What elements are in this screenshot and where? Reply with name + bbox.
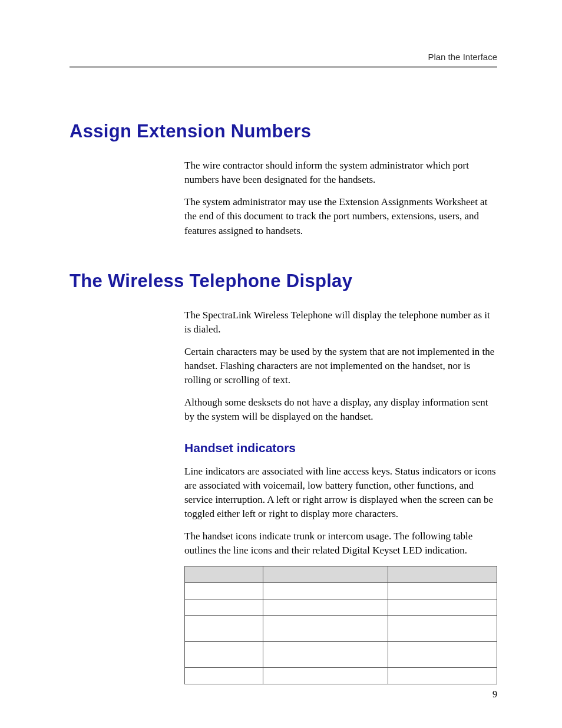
table-row xyxy=(185,599,497,616)
section-wireless-display: The Wireless Telephone Display The Spect… xyxy=(70,271,497,685)
paragraph: The SpectraLink Wireless Telephone will … xyxy=(184,308,497,337)
page-number: 9 xyxy=(492,689,497,700)
table-row xyxy=(185,583,497,599)
paragraph: Certain characters may be used by the sy… xyxy=(184,345,497,387)
paragraph: Although some desksets do not have a dis… xyxy=(184,396,497,424)
subheading-handset-indicators: Handset indicators xyxy=(184,441,497,455)
paragraph: The system administrator may use the Ext… xyxy=(184,195,497,238)
section-assign-extension: Assign Extension Numbers The wire contra… xyxy=(70,121,497,238)
paragraph: Line indicators are associated with line… xyxy=(184,465,497,522)
heading-assign-extension: Assign Extension Numbers xyxy=(70,121,497,142)
heading-wireless-display: The Wireless Telephone Display xyxy=(70,271,497,292)
paragraph: The wire contractor should inform the sy… xyxy=(184,159,497,187)
table-row xyxy=(185,642,497,668)
breadcrumb: Plan the Interface xyxy=(428,52,497,62)
table-row xyxy=(185,668,497,684)
table-header xyxy=(388,566,497,583)
table-header xyxy=(185,566,263,583)
table-row xyxy=(185,616,497,642)
header-divider xyxy=(70,66,497,68)
paragraph: The handset icons indicate trunk or inte… xyxy=(184,529,497,558)
indicators-table xyxy=(184,566,497,684)
table-header xyxy=(263,566,388,583)
